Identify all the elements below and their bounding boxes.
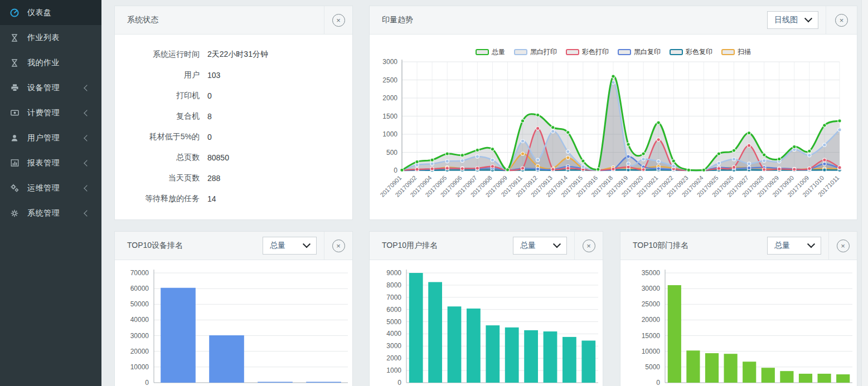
sidebar-item-user-mgmt[interactable]: 用户管理: [0, 125, 101, 150]
system-status-header: 系统状态: [115, 6, 352, 35]
svg-text:35000: 35000: [642, 269, 661, 277]
legend-item-scan[interactable]: 扫描: [721, 47, 751, 57]
top10-user-panel: TOP10用户排名 总量 010002000300040005000600070…: [369, 231, 603, 386]
legend-swatch: [721, 49, 735, 55]
top10-device-header: TOP10设备排名 总量: [115, 232, 352, 260]
legend-item-bw-print[interactable]: 黑白打印: [514, 47, 557, 57]
panel-title: TOP10用户排名: [382, 241, 438, 251]
status-label: 当天页数: [115, 173, 200, 183]
svg-text:0: 0: [394, 167, 397, 174]
status-row: 系统运行时间2天22小时31分钟: [115, 44, 352, 65]
legend-swatch: [476, 49, 489, 55]
dept-metric-dropdown[interactable]: 总量: [767, 237, 821, 255]
status-row: 复合机8: [115, 106, 352, 126]
chevron-down-icon: [303, 240, 311, 248]
chevron-left-icon: [84, 160, 90, 166]
legend-swatch: [566, 49, 579, 55]
svg-text:2500: 2500: [382, 76, 397, 84]
period-dropdown[interactable]: 日线图: [767, 11, 818, 29]
chevron-down-icon: [804, 14, 812, 22]
sidebar-item-label: 报表管理: [27, 158, 60, 168]
close-panel-button[interactable]: [574, 232, 603, 260]
user-metric-dropdown[interactable]: 总量: [513, 237, 567, 255]
svg-text:0: 0: [656, 379, 660, 386]
sidebar-item-label: 计费管理: [27, 108, 60, 118]
svg-text:9000: 9000: [386, 269, 401, 277]
sidebar-item-my-jobs[interactable]: 我的作业: [0, 50, 101, 75]
legend-item-color-print[interactable]: 彩色打印: [566, 47, 609, 57]
status-row: 总页数80850: [115, 147, 352, 168]
sidebar-item-dashboard[interactable]: 仪表盘: [0, 0, 101, 25]
panel-title: TOP10部门排名: [633, 241, 688, 251]
panel-title: 系统状态: [127, 15, 158, 25]
svg-text:1000: 1000: [382, 130, 397, 138]
ops-icon: [9, 183, 20, 193]
legend-item-bw-copy[interactable]: 黑白复印: [618, 47, 661, 57]
status-row: 耗材低于5%的0: [115, 126, 352, 147]
svg-text:1000: 1000: [386, 367, 401, 374]
close-icon: [332, 14, 345, 27]
close-panel-button[interactable]: [828, 232, 857, 260]
svg-text:20000: 20000: [130, 348, 149, 355]
top10-user-header: TOP10用户排名 总量: [370, 232, 603, 260]
svg-text:10000: 10000: [642, 348, 661, 355]
close-icon: [332, 240, 345, 252]
hourglass-icon: [9, 33, 20, 43]
sidebar-item-report-mgmt[interactable]: 报表管理: [0, 150, 101, 175]
print-trend-panel: 印量趋势 日线图 总量 黑白打印 彩色打印 黑白复印 彩色复印 扫描 05001…: [369, 6, 857, 220]
print-trend-header: 印量趋势 日线图: [370, 6, 857, 35]
trend-line-chart: 0500100015002000250030002017090120170902…: [370, 57, 857, 220]
vertical-scrollbar[interactable]: [861, 0, 868, 386]
chevron-left-icon: [84, 110, 90, 116]
metric-dropdown-value: 总量: [774, 241, 790, 251]
chevron-left-icon: [84, 210, 90, 216]
chevron-down-icon: [553, 240, 561, 248]
svg-text:500: 500: [386, 149, 397, 157]
panel-title: TOP10设备排名: [127, 241, 183, 251]
status-label: 等待释放的任务: [115, 194, 200, 204]
svg-text:2000: 2000: [382, 94, 397, 102]
svg-text:10000: 10000: [130, 363, 149, 371]
svg-text:40000: 40000: [130, 316, 149, 324]
svg-text:25000: 25000: [642, 300, 661, 308]
billing-icon: [9, 108, 20, 118]
metric-dropdown-value: 总量: [270, 241, 285, 251]
svg-text:0: 0: [397, 379, 401, 386]
legend-item-total[interactable]: 总量: [476, 47, 505, 57]
status-label: 耗材低于5%的: [115, 132, 200, 142]
sidebar: 仪表盘 作业列表 我的作业 设备管理 计费管理 用户管理: [0, 0, 101, 386]
legend-swatch: [618, 49, 631, 55]
sidebar-item-system-mgmt[interactable]: 系统管理: [0, 201, 101, 226]
svg-text:3000: 3000: [386, 342, 401, 350]
report-icon: [9, 158, 20, 168]
status-label: 打印机: [115, 91, 200, 101]
status-value: 288: [207, 174, 220, 183]
legend-item-color-copy[interactable]: 彩色复印: [670, 47, 712, 57]
sidebar-item-device-mgmt[interactable]: 设备管理: [0, 75, 101, 100]
sidebar-item-label: 仪表盘: [27, 8, 52, 18]
status-row: 打印机0: [115, 85, 352, 106]
status-value: 0: [207, 91, 212, 100]
svg-text:30000: 30000: [642, 285, 661, 292]
gear-icon: [9, 208, 20, 218]
top10-device-panel: TOP10设备排名 总量 010000200003000040000500006…: [114, 231, 353, 386]
device-metric-dropdown[interactable]: 总量: [263, 237, 317, 255]
sidebar-item-label: 运维管理: [27, 183, 60, 193]
close-panel-button[interactable]: [324, 6, 352, 34]
chevron-left-icon: [84, 135, 90, 141]
svg-text:4000: 4000: [386, 330, 401, 338]
sidebar-item-ops-mgmt[interactable]: 运维管理: [0, 175, 101, 201]
sidebar-item-job-list[interactable]: 作业列表: [0, 25, 101, 50]
close-panel-button[interactable]: [324, 232, 352, 260]
svg-text:5000: 5000: [645, 363, 660, 371]
close-icon: [835, 14, 848, 27]
sidebar-item-label: 设备管理: [27, 83, 60, 93]
sidebar-item-billing-mgmt[interactable]: 计费管理: [0, 100, 101, 125]
close-panel-button[interactable]: [826, 6, 857, 34]
status-row: 当天页数288: [115, 168, 352, 188]
sidebar-item-label: 用户管理: [27, 133, 60, 143]
svg-text:1500: 1500: [382, 113, 397, 120]
status-label: 系统运行时间: [115, 50, 200, 60]
chevron-down-icon: [807, 240, 815, 248]
status-value: 80850: [207, 153, 229, 162]
